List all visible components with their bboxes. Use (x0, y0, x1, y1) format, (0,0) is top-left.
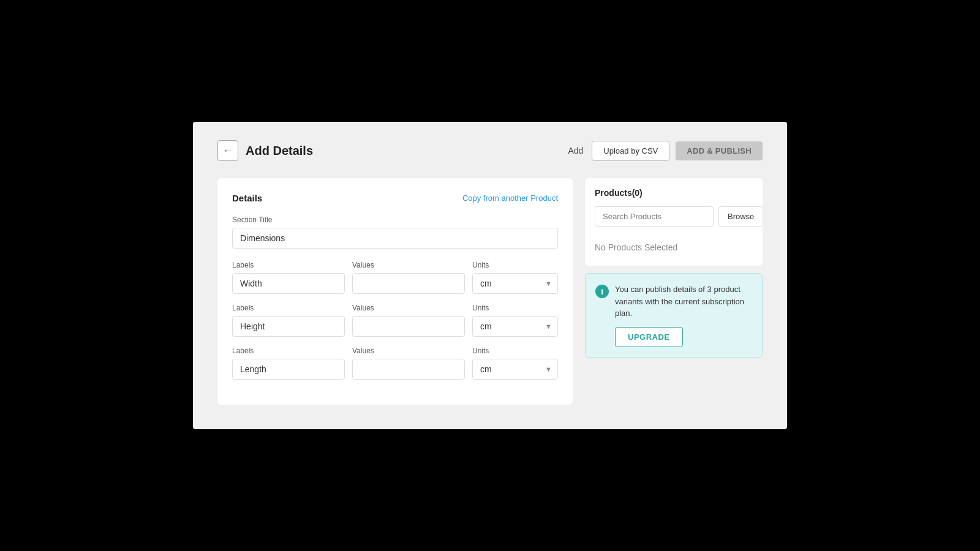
row-2-labels: Labels Values Units (232, 304, 558, 312)
value-input-length[interactable] (352, 359, 465, 380)
add-publish-button[interactable]: ADD & PUBLISH (676, 141, 763, 160)
upgrade-button[interactable]: UPGRADE (615, 327, 683, 347)
row-3-labels: Labels Values Units (232, 347, 558, 355)
col-label-labels-1: Labels (232, 261, 345, 269)
header: ← Add Details Add Upload by CSV ADD & PU… (217, 140, 763, 161)
header-right: Add Upload by CSV ADD & PUBLISH (568, 141, 763, 161)
product-search-row: Browse (595, 206, 753, 227)
unit-select-wrapper-height: cm mm in ▼ (472, 316, 558, 337)
details-panel-title: Details (232, 193, 262, 203)
copy-from-another-link[interactable]: Copy from another Product (462, 193, 558, 203)
label-input-width[interactable] (232, 273, 345, 294)
details-panel-header: Details Copy from another Product (232, 193, 558, 203)
products-panel: Products(0) Browse No Products Selected … (585, 178, 763, 405)
section-title-input[interactable] (232, 228, 558, 249)
upgrade-card-inner: i You can publish details of 3 product v… (595, 283, 752, 347)
col-label-values-2: Values (352, 304, 465, 312)
col-label-labels-2: Labels (232, 304, 345, 312)
header-left: ← Add Details (217, 140, 313, 161)
search-products-input[interactable] (595, 206, 714, 227)
back-icon: ← (223, 145, 233, 156)
section-title-label: Section Title (232, 216, 558, 224)
col-label-units-2: Units (472, 304, 558, 312)
row-1-labels: Labels Values Units (232, 261, 558, 269)
col-label-units-1: Units (472, 261, 558, 269)
unit-select-wrapper-length: cm mm in ▼ (472, 359, 558, 380)
label-input-length[interactable] (232, 359, 345, 380)
page-title: Add Details (246, 144, 313, 158)
upgrade-card-content: You can publish details of 3 product var… (615, 283, 752, 347)
label-input-height[interactable] (232, 316, 345, 337)
col-label-labels-3: Labels (232, 347, 345, 355)
col-label-units-3: Units (472, 347, 558, 355)
col-label-values-1: Values (352, 261, 465, 269)
unit-select-length[interactable]: cm mm in (472, 359, 558, 380)
no-products-text: No Products Selected (595, 236, 753, 256)
unit-select-height[interactable]: cm mm in (472, 316, 558, 337)
products-card: Products(0) Browse No Products Selected (585, 178, 763, 266)
row-2-inputs: cm mm in ▼ (232, 316, 558, 337)
back-button[interactable]: ← (217, 140, 238, 161)
details-panel: Details Copy from another Product Sectio… (217, 178, 573, 405)
unit-select-width[interactable]: cm mm in (472, 273, 558, 294)
add-label: Add (568, 146, 583, 156)
value-input-width[interactable] (352, 273, 465, 294)
app-container: ← Add Details Add Upload by CSV ADD & PU… (193, 122, 787, 429)
upgrade-message: You can publish details of 3 product var… (615, 283, 752, 320)
products-title: Products(0) (595, 188, 753, 198)
value-input-height[interactable] (352, 316, 465, 337)
row-3-inputs: cm mm in ▼ (232, 359, 558, 380)
row-1-inputs: cm mm in ▼ (232, 273, 558, 294)
upload-csv-button[interactable]: Upload by CSV (592, 141, 669, 161)
info-icon: i (595, 285, 609, 298)
main-content: Details Copy from another Product Sectio… (217, 178, 763, 405)
col-label-values-3: Values (352, 347, 465, 355)
upgrade-card: i You can publish details of 3 product v… (585, 273, 763, 358)
unit-select-wrapper-width: cm mm in ▼ (472, 273, 558, 294)
browse-button[interactable]: Browse (718, 206, 763, 227)
